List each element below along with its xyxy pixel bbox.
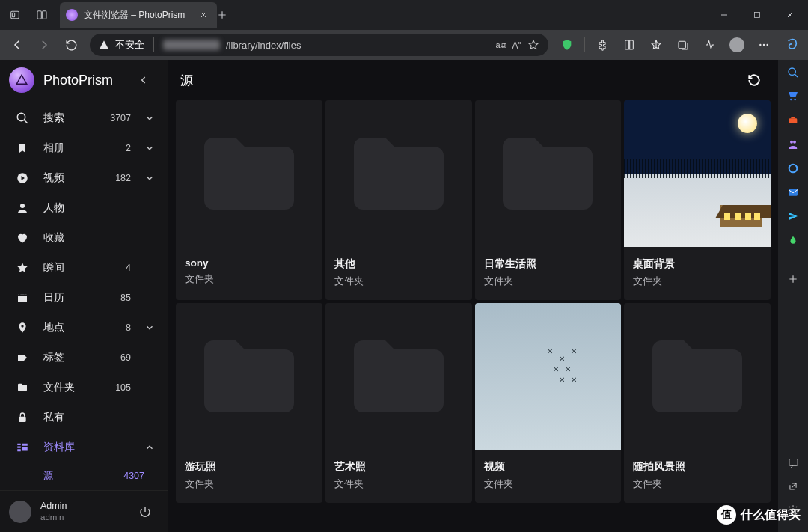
external-link-icon[interactable] [785,478,801,495]
url-host-blurred [163,40,220,50]
address-bar[interactable]: 不安全 /library/index/files a⧉ A» [90,34,548,56]
more-menu-icon[interactable] [751,32,777,58]
refresh-content-icon[interactable] [747,73,766,88]
folder-card[interactable]: 随拍风景照文件夹 [624,303,771,503]
svg-rect-22 [789,189,798,195]
forward-button[interactable] [31,32,57,58]
svg-rect-16 [19,417,25,422]
minimize-window-button[interactable] [708,0,741,30]
back-button[interactable] [4,32,30,58]
chevron-down-icon[interactable] [144,113,161,123]
m365-icon[interactable] [785,160,801,177]
folder-title: 日常生活照 [484,257,613,271]
chevron-down-icon[interactable] [144,322,161,333]
window-titlebar: 文件浏览器 – PhotoPrism [0,0,808,30]
user-panel: Admin admin [0,490,168,532]
tab-actions-icon[interactable] [1,1,28,28]
folder-thumbnail [325,100,472,247]
shield-icon[interactable] [554,32,580,58]
browser-tab[interactable]: 文件浏览器 – PhotoPrism [60,2,217,28]
folder-title: 随拍风景照 [633,460,762,474]
nav-item-calendar[interactable]: 日历 85 [0,283,168,313]
outlook-icon[interactable] [785,184,801,201]
layers-icon [15,441,30,454]
folder-card[interactable]: ✕✕✕✕✕✕✕视频文件夹 [475,303,622,503]
tools-icon[interactable] [785,112,801,129]
chevron-up-icon[interactable] [144,442,161,453]
nav-item-folders[interactable]: 文件夹 105 [0,373,168,403]
nav-item-library[interactable]: 资料库 [0,432,168,462]
folder-card[interactable]: sony文件夹 [176,100,322,300]
folder-card[interactable]: 日常生活照文件夹 [475,100,622,300]
folder-card[interactable]: 游玩照文件夹 [176,303,322,503]
star-icon [15,261,30,275]
folder-kind: 文件夹 [633,275,762,288]
folder-title: sony [185,257,313,269]
svg-point-17 [789,68,795,75]
user-name-block: Admin admin [40,501,129,523]
app-title: PhotoPrism [43,73,129,88]
chevron-down-icon[interactable] [144,173,161,183]
nav-item-albums[interactable]: 相册 2 [0,133,168,163]
user-avatar[interactable] [9,501,31,523]
folder-kind: 文件夹 [334,478,463,491]
nav-item-search[interactable]: 搜索 3707 [0,103,168,133]
photoprism-logo[interactable] [9,67,34,93]
folder-thumbnail [176,100,322,247]
folder-card[interactable]: 桌面背景文件夹 [624,100,771,300]
refresh-button[interactable] [58,32,84,58]
insecure-label: 不安全 [115,38,144,52]
insecure-site-icon [99,40,109,50]
bookmark-icon [15,142,30,154]
tag-icon [15,352,30,364]
bing-search-icon[interactable] [785,64,801,81]
feedback-icon[interactable] [785,454,801,471]
reading-list-icon[interactable] [616,32,642,58]
nav-item-videos[interactable]: 视频 182 [0,163,168,193]
svg-rect-14 [18,294,27,296]
nav-subitem-originals[interactable]: 源 4307 [0,462,168,489]
nav-item-places[interactable]: 地点 8 [0,313,168,343]
favorite-star-icon[interactable] [527,39,539,51]
send-icon[interactable] [785,208,801,224]
folder-thumbnail [176,303,322,450]
svg-rect-5 [679,41,685,48]
collections-icon[interactable] [670,32,696,58]
translate-hint-icon[interactable]: a⧉ [495,40,506,50]
svg-point-12 [20,204,25,208]
maximize-window-button[interactable] [741,0,774,30]
nav-item-favorites[interactable]: 收藏 [0,223,168,253]
add-sidebar-icon[interactable] [785,271,801,287]
favorites-icon[interactable] [643,32,669,58]
heart-icon [15,231,30,245]
copilot-icon[interactable] [778,32,804,58]
svg-point-21 [789,165,798,173]
shopping-icon[interactable] [785,88,801,105]
performance-icon[interactable] [697,32,723,58]
collapse-sidebar-icon[interactable] [138,75,159,85]
folder-card[interactable]: 其他文件夹 [325,100,472,300]
folder-thumbnail [475,100,622,247]
nav-item-private[interactable]: 私有 [0,403,168,432]
svg-point-7 [759,44,761,46]
extensions-icon[interactable] [590,32,615,58]
profile-avatar[interactable] [724,32,750,58]
workspaces-icon[interactable] [28,1,55,28]
drop-icon[interactable] [785,232,801,248]
logout-icon[interactable] [138,505,159,519]
close-window-button[interactable] [774,0,807,30]
reader-mode-icon[interactable]: A» [512,40,521,51]
close-tab-icon[interactable] [199,10,211,19]
chevron-down-icon[interactable] [144,143,161,153]
games-icon[interactable] [785,136,801,153]
tab-title: 文件浏览器 – PhotoPrism [84,9,193,22]
folder-icon [15,382,30,394]
svg-point-10 [17,113,25,121]
nav-item-moments[interactable]: 瞬间 4 [0,253,168,283]
nav-item-labels[interactable]: 标签 69 [0,343,168,373]
nav-item-people[interactable]: 人物 [0,193,168,223]
folder-card[interactable]: 艺术照文件夹 [325,303,472,503]
svg-point-8 [763,44,765,46]
watermark-text: 什么值得买 [741,507,801,523]
new-tab-button[interactable] [217,10,244,20]
